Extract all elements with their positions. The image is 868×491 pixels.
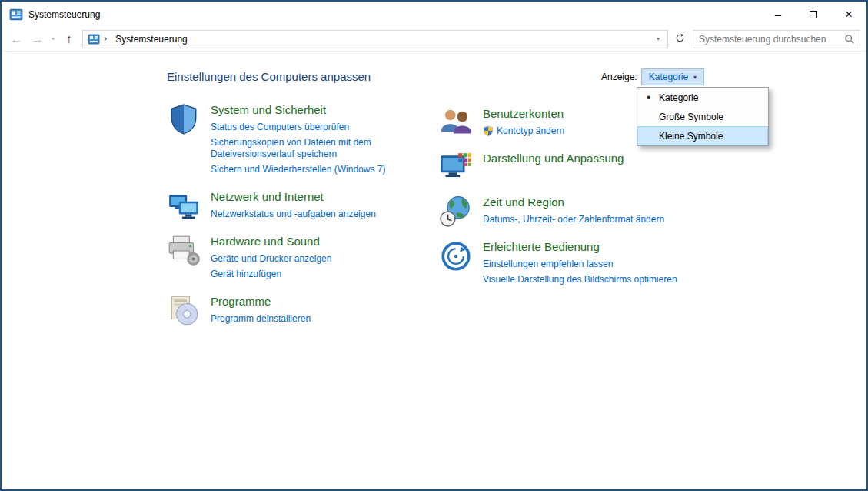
category-darstellung-und-anpassung: Darstellung und Anpassung [439,151,716,185]
radio-bullet-icon: • [638,92,659,103]
link-label: Geräte und Drucker anzeigen [211,253,331,265]
link-label: Sicherungskopien von Dateien mit dem Dat… [211,137,395,160]
breadcrumb-systemsteuerung[interactable]: Systemsteuerung [111,32,191,46]
search-icon[interactable] [840,34,860,45]
control-panel-icon [88,33,100,45]
control-panel-window: Systemsteuerung – × ← → ▾ ↑ › Systemsteu [0,0,868,491]
navigation-bar: ← → ▾ ↑ › Systemsteuerung ▾ [2,27,866,52]
link-label: Sichern und Wiederherstellen (Windows 7) [211,164,385,175]
view-by-dropdown-button[interactable]: Kategorie ▾ [641,68,704,85]
breadcrumb-separator: › [104,32,107,44]
category-system-und-sicherheit: System und Sicherheit Status des Compute… [167,102,439,179]
category-link[interactable]: Status des Computers überprüfen [211,122,395,133]
back-arrow-icon: ← [11,32,23,46]
control-panel-content: Einstellungen des Computers anpassen Anz… [2,52,866,489]
titlebar: Systemsteuerung – × [2,2,866,27]
maximize-button[interactable] [796,2,831,27]
category-link[interactable]: Netzwerkstatus und -aufgaben anzeigen [211,209,395,220]
category-link[interactable]: Gerät hinzufügen [211,269,395,280]
close-button[interactable]: × [831,2,866,27]
category-columns: System und Sicherheit Status des Compute… [167,102,716,339]
category-zeit-und-region: Zeit und Region Datums-, Uhrzeit- oder Z… [439,195,716,229]
ease-of-access-icon[interactable] [439,239,473,273]
view-by-control: Anzeige: Kategorie ▾ [601,68,704,85]
category-link[interactable]: Geräte und Drucker anzeigen [211,253,395,265]
chevron-down-icon: ▾ [52,35,55,42]
category-title[interactable]: System und Sicherheit [211,103,395,116]
category-title[interactable]: Programme [211,295,395,308]
category-link[interactable]: Visuelle Darstellung des Bildschirms opt… [483,274,713,286]
search-box [693,30,860,48]
security-shield-icon[interactable] [167,102,201,136]
menu-item-grosse-symbole[interactable]: Große Symbole [637,107,768,126]
category-erleichterte-bedienung: Erleichterte Bedienung Einstellungen emp… [439,239,716,289]
address-dropdown-icon[interactable]: ▾ [650,35,666,42]
users-icon[interactable] [439,106,473,140]
minimize-button[interactable]: – [760,2,796,27]
back-button[interactable]: ← [6,29,27,49]
printer-speaker-icon[interactable] [167,234,201,268]
uac-shield-icon [483,125,494,136]
control-panel-icon [9,8,23,22]
link-label: Datums-, Uhrzeit- oder Zahlenformat ände… [483,214,664,225]
link-label: Einstellungen empfehlen lassen [483,259,613,270]
page-title: Einstellungen des Computers anpassen [167,70,371,83]
category-title[interactable]: Erleichterte Bedienung [483,240,713,253]
network-monitors-icon[interactable] [167,189,201,223]
display-personalization-icon[interactable] [439,151,473,185]
category-title[interactable]: Zeit und Region [483,195,713,209]
up-button[interactable]: ↑ [58,29,79,49]
link-label: Visuelle Darstellung des Bildschirms opt… [483,274,677,286]
category-link[interactable]: Datums-, Uhrzeit- oder Zahlenformat ände… [483,214,713,225]
forward-arrow-icon: → [32,32,44,46]
menu-item-kleine-symbole[interactable]: Kleine Symbole [637,126,768,145]
view-by-dropdown-menu: • Kategorie Große Symbole Kleine Symbole [637,87,769,146]
category-netzwerk-und-internet: Netzwerk und Internet Netzwerkstatus und… [167,189,439,224]
menu-item-label: Große Symbole [659,112,723,122]
category-programme: Programme Programm deinstallieren [167,294,439,329]
refresh-icon [675,32,685,46]
window-title: Systemsteuerung [28,9,100,20]
minimize-icon: – [775,8,781,21]
view-by-label: Anzeige: [601,72,637,82]
maximize-icon [810,11,817,18]
link-label: Gerät hinzufügen [211,269,281,280]
category-title[interactable]: Hardware und Sound [211,235,395,248]
view-by-value: Kategorie [649,72,688,82]
link-label: Programm deinstallieren [211,313,311,325]
window-controls: – × [760,2,866,27]
close-icon: × [845,7,853,22]
link-label: Netzwerkstatus und -aufgaben anzeigen [211,209,376,220]
category-hardware-und-sound: Hardware und Sound Geräte und Drucker an… [167,234,439,284]
up-arrow-icon: ↑ [66,32,72,46]
link-label: Status des Computers überprüfen [211,122,349,133]
left-column: System und Sicherheit Status des Compute… [167,102,439,339]
menu-item-label: Kleine Symbole [659,131,723,142]
link-label: Kontotyp ändern [497,125,564,137]
clock-globe-icon[interactable] [439,195,473,229]
menu-item-label: Kategorie [659,92,698,103]
search-input[interactable] [693,34,840,45]
category-title[interactable]: Netzwerk und Internet [211,190,395,203]
chevron-down-icon: ▾ [693,74,697,81]
category-link[interactable]: Sichern und Wiederherstellen (Windows 7) [211,164,395,175]
menu-item-kategorie[interactable]: • Kategorie [637,88,768,107]
software-disc-icon[interactable] [167,294,201,328]
category-link[interactable]: Programm deinstallieren [211,313,395,325]
forward-button[interactable]: → [27,29,48,49]
category-link[interactable]: Einstellungen empfehlen lassen [483,259,713,270]
category-link[interactable]: Sicherungskopien von Dateien mit dem Dat… [211,137,395,160]
category-title[interactable]: Darstellung und Anpassung [483,152,713,165]
recent-pages-dropdown[interactable]: ▾ [48,29,58,49]
refresh-button[interactable] [670,30,690,48]
address-bar[interactable]: › Systemsteuerung ▾ [82,30,668,48]
